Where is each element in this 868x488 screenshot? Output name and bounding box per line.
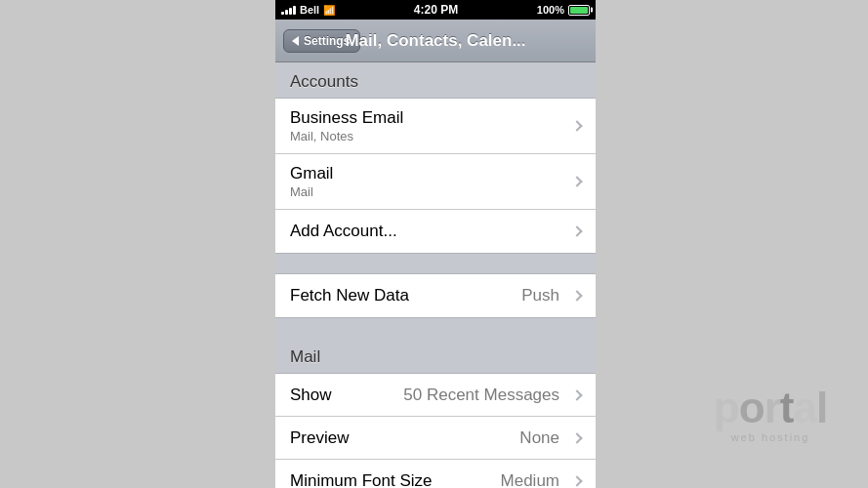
gmail-title: Gmail (290, 164, 573, 183)
row-right (573, 227, 581, 235)
row-right (573, 178, 581, 185)
add-account-content: Add Account... (290, 212, 573, 251)
back-arrow-icon (292, 36, 299, 46)
battery-icon (568, 5, 590, 16)
business-email-title: Business Email (290, 108, 573, 128)
table-row[interactable]: Preview None (275, 417, 596, 460)
chevron-right-icon (571, 225, 582, 236)
status-bar: Bell 📶 4:20 PM 100% (275, 0, 596, 20)
signal-bar-1 (281, 12, 284, 15)
fetch-data-value: Push (521, 286, 559, 305)
content-area: Accounts Business Email Mail, Notes Gmai… (275, 62, 596, 488)
battery-fill (570, 7, 588, 14)
watermark-subtitle: web hosting (731, 431, 810, 443)
row-right: 50 Recent Messages (403, 386, 581, 405)
table-row[interactable]: Show 50 Recent Messages (275, 374, 596, 417)
back-button-label: Settings (304, 34, 350, 48)
business-email-subtitle: Mail, Notes (290, 129, 573, 143)
watermark-logo: portal (714, 386, 827, 429)
fetch-data-content: Fetch New Data (290, 276, 521, 315)
row-right (573, 122, 581, 130)
chevron-right-icon (571, 176, 582, 186)
mail-section-header: Mail (275, 338, 596, 373)
mail-table-group: Show 50 Recent Messages Preview None (275, 373, 596, 488)
nav-bar: Settings Mail, Contacts, Calen... (275, 20, 596, 62)
status-time: 4:20 PM (414, 3, 458, 17)
carrier-name: Bell (300, 4, 319, 16)
table-row[interactable]: Gmail Mail (275, 154, 596, 210)
chevron-right-icon (571, 432, 582, 443)
gmail-content: Gmail Mail (290, 154, 573, 209)
table-row[interactable]: Business Email Mail, Notes (275, 99, 596, 154)
fetch-data-title: Fetch New Data (290, 286, 521, 305)
watermark: portal web hosting (682, 351, 858, 478)
chevron-right-icon (571, 290, 582, 301)
min-font-title: Minimum Font Size (290, 471, 501, 488)
fetch-table-group: Fetch New Data Push (275, 273, 596, 318)
gmail-subtitle: Mail (290, 184, 573, 199)
preview-content: Preview (290, 419, 519, 458)
accounts-table-group: Business Email Mail, Notes Gmail Mail (275, 98, 596, 254)
table-row[interactable]: Add Account... (275, 210, 596, 253)
show-content: Show (290, 376, 403, 415)
accounts-section-header: Accounts (275, 62, 596, 98)
signal-bars (281, 5, 296, 15)
min-font-value: Medium (501, 471, 559, 488)
wifi-icon: 📶 (323, 5, 335, 16)
min-font-content: Minimum Font Size (290, 462, 501, 488)
signal-bar-4 (293, 6, 296, 15)
business-email-content: Business Email Mail, Notes (290, 99, 573, 153)
battery-percent: 100% (537, 4, 564, 16)
show-value: 50 Recent Messages (403, 386, 559, 405)
preview-title: Preview (290, 428, 519, 448)
chevron-right-icon (571, 475, 582, 486)
status-right: 100% (537, 4, 590, 16)
chevron-right-icon (571, 120, 582, 131)
table-row[interactable]: Fetch New Data Push (275, 274, 596, 317)
signal-bar-3 (289, 8, 292, 15)
table-row[interactable]: Minimum Font Size Medium (275, 460, 596, 488)
nav-title: Mail, Contacts, Calen... (345, 31, 525, 51)
phone-screen: Bell 📶 4:20 PM 100% Settings Mail, Conta… (275, 0, 596, 488)
preview-value: None (519, 428, 559, 448)
chevron-right-icon (571, 389, 582, 400)
show-title: Show (290, 386, 403, 405)
row-right: Push (521, 286, 581, 305)
row-right: None (519, 428, 581, 448)
battery-outline (568, 5, 590, 16)
row-right: Medium (501, 471, 581, 488)
signal-bar-2 (285, 10, 288, 15)
status-left: Bell 📶 (281, 4, 335, 16)
add-account-title: Add Account... (290, 222, 573, 241)
